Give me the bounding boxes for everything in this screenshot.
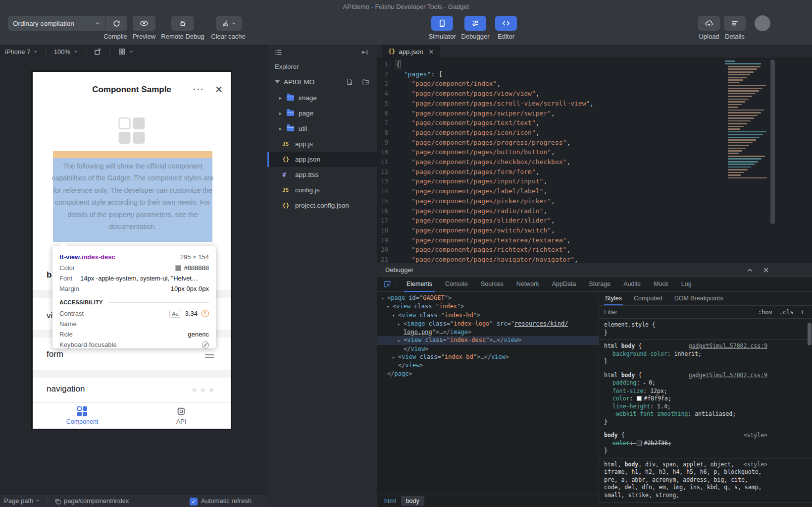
color-swatch[interactable] [637, 396, 642, 401]
dom-node[interactable]: ▾<view class="index"> [377, 302, 599, 311]
hov-toggle[interactable]: :hov [758, 309, 772, 316]
editor-tab-appjson[interactable]: {} app.json ✕ [382, 45, 440, 58]
css-property[interactable]: color: #f8f9fa; [604, 395, 807, 403]
copy-icon[interactable] [54, 498, 61, 505]
style-rule: gadgetSimul…57802.css:9html body {backgr… [599, 340, 812, 369]
new-folder-icon[interactable] [361, 78, 370, 86]
new-file-icon[interactable] [346, 78, 354, 86]
code-line[interactable]: 15 "page/component/pages/picker/picker", [377, 196, 812, 206]
code-line[interactable]: 16 "page/component/pages/radio/radio", [377, 206, 812, 216]
dom-node[interactable]: </view> [377, 361, 599, 369]
dom-node[interactable]: ▸<view class="index-desc">…</view> [377, 336, 599, 344]
code-line[interactable]: 19 "page/component/pages/textarea/textar… [377, 235, 812, 245]
breadcrumb-html[interactable]: html [384, 498, 396, 505]
dom-node[interactable]: logo.png">…</image> [377, 328, 599, 336]
compilation-mode-select[interactable]: Ordinary compilation [8, 16, 105, 31]
avatar[interactable] [755, 15, 770, 31]
tab-api[interactable]: API [132, 403, 231, 429]
dom-node[interactable]: ▸<image class="index-logo" src="resource… [377, 320, 599, 328]
stylesheet-link[interactable]: gadgetSimul…57802.css:9 [689, 342, 767, 350]
code-line[interactable]: 14 "page/component/pages/label/label", [377, 186, 812, 196]
devtools-tab-network[interactable]: Network [510, 277, 546, 292]
close-tab-icon[interactable]: ✕ [429, 48, 434, 56]
color-swatch[interactable] [637, 441, 642, 446]
debugger-button[interactable] [464, 16, 486, 31]
css-property[interactable]: background-color: inherit; [604, 350, 807, 358]
devtools-tab-audits[interactable]: Audits [617, 277, 647, 292]
compile-button[interactable] [106, 16, 127, 31]
css-property[interactable]: color: #2b2f36; [604, 440, 807, 448]
devtools-tab-storage[interactable]: Storage [582, 277, 617, 292]
cls-toggle[interactable]: .cls [779, 309, 794, 316]
auto-refresh-checkbox[interactable]: ✓ [190, 498, 198, 506]
tree-folder-image[interactable]: ▸image [267, 90, 377, 106]
tree-folder-util[interactable]: ▸util [267, 121, 377, 136]
editor-minimap[interactable] [724, 60, 769, 180]
remote-debug-button[interactable] [171, 16, 194, 31]
dom-node[interactable]: </page> [377, 370, 599, 378]
list-item[interactable]: vi [47, 311, 52, 321]
devtools-tab-elements[interactable]: Elements [400, 277, 439, 292]
list-item-navigation[interactable]: navigation [47, 384, 85, 394]
simulator-button[interactable] [431, 16, 453, 31]
collapse-up-icon[interactable] [746, 267, 754, 274]
dom-node[interactable]: ▸<view class="index-bd">…</view> [377, 353, 599, 361]
styles-scrollbar[interactable] [808, 323, 812, 345]
debugger-panel: Debugger ElementsConsoleSourcesNetworkAp… [377, 263, 812, 507]
project-root[interactable]: APIDEMO [267, 75, 377, 88]
outline-list-icon[interactable] [274, 48, 283, 56]
chevron-expanded-icon [275, 80, 280, 83]
close-icon[interactable] [762, 267, 769, 274]
tab-component[interactable]: Component [33, 403, 132, 429]
dom-node[interactable]: ▾<view class="index-hd"> [377, 311, 599, 320]
dom-node[interactable]: </view> [377, 345, 599, 353]
inspect-element-icon[interactable] [383, 280, 392, 288]
close-icon[interactable]: ✕ [215, 84, 223, 95]
layout-grid-button[interactable] [118, 48, 134, 56]
code-line[interactable]: 17 "page/component/pages/slider/slider", [377, 216, 812, 225]
devtools-tab-console[interactable]: Console [439, 277, 474, 292]
devtools-tab-sources[interactable]: Sources [474, 277, 510, 292]
css-property[interactable]: line-height: 1.4; [604, 403, 807, 411]
clear-cache-button[interactable] [216, 16, 242, 31]
list-item-form[interactable]: form [47, 349, 63, 359]
more-menu-icon[interactable]: ··· [193, 83, 204, 94]
new-rule-icon[interactable]: + [801, 309, 804, 316]
devtools-tab-mock[interactable]: Mock [647, 277, 675, 292]
stylesheet-link[interactable]: gadgetSimul…57802.css:9 [689, 372, 767, 380]
tree-folder-page[interactable]: ▸page [267, 106, 377, 121]
preview-button[interactable] [133, 16, 155, 31]
styles-tab-dom-breakpoints[interactable]: DOM Breakpoints [668, 292, 729, 305]
details-button[interactable] [724, 16, 746, 31]
devtools-tab-log[interactable]: Log [675, 277, 698, 292]
code-line[interactable]: 18 "page/component/pages/switch/switch", [377, 225, 812, 235]
collapse-panel-icon[interactable] [360, 48, 369, 56]
tree-file-app.json[interactable]: {}app.json [267, 152, 377, 167]
json-file-icon: {} [282, 156, 295, 163]
device-select[interactable]: iPhone 7 [5, 48, 38, 56]
code-line[interactable]: 20 "page/component/pages/richtext/richte… [377, 245, 812, 255]
not-focusable-icon [202, 341, 209, 348]
tree-file-project.config.json[interactable]: {}project.config.json [267, 198, 377, 213]
page-path-label[interactable]: Page path [4, 497, 40, 505]
tree-file-config.js[interactable]: JSconfig.js [267, 182, 377, 198]
css-property[interactable]: -webkit-font-smoothing: antialiased; [604, 410, 807, 418]
styles-tab-styles[interactable]: Styles [599, 292, 628, 305]
dom-node[interactable]: ▾<page id="GADGET"> [377, 294, 599, 302]
styles-tab-computed[interactable]: Computed [628, 292, 668, 305]
breadcrumb-body[interactable]: body [401, 496, 424, 506]
upload-button[interactable] [698, 16, 720, 31]
list-item[interactable]: b [47, 270, 51, 280]
tooltip-element: tt-view [59, 253, 80, 261]
editor-scrollbar[interactable] [770, 59, 775, 224]
editor-button[interactable] [495, 16, 517, 31]
styles-tabs: StylesComputedDOM Breakpoints [599, 292, 812, 305]
tree-file-app.ttss[interactable]: #app.ttss [267, 167, 377, 182]
css-property[interactable]: padding: ▸ 0; [604, 379, 807, 388]
zoom-select[interactable]: 100% [54, 48, 78, 56]
rotate-button[interactable] [94, 48, 102, 56]
css-property[interactable]: font-size: 12px; [604, 388, 807, 395]
filter-input[interactable]: Filter [604, 309, 617, 316]
devtools-tab-appdata[interactable]: AppData [546, 277, 583, 292]
tree-file-app.js[interactable]: JSapp.js [267, 136, 377, 152]
